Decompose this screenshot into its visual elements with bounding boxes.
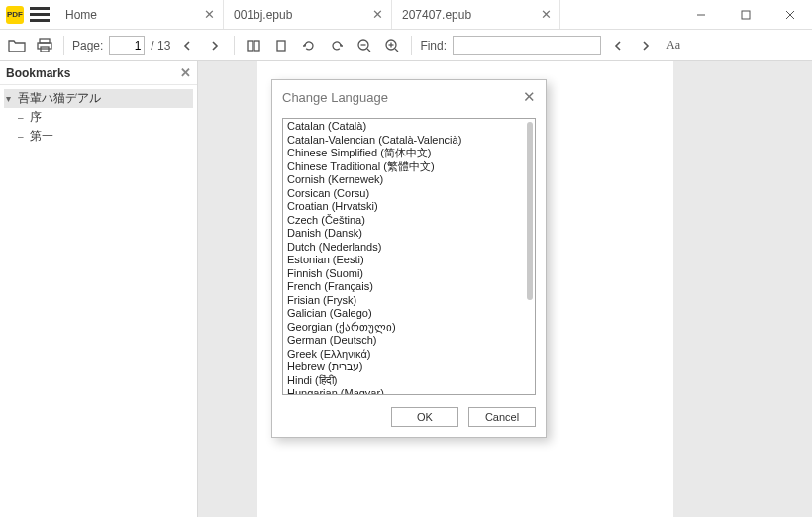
language-option[interactable]: Chinese Simplified (简体中文): [285, 147, 523, 160]
dialog-buttons: OK Cancel: [272, 399, 546, 437]
separator: [411, 36, 412, 55]
close-icon[interactable]: ✕: [204, 7, 215, 22]
language-option[interactable]: Chinese Traditional (繁體中文): [285, 160, 523, 174]
svg-rect-5: [38, 43, 51, 49]
expander-icon[interactable]: ▾: [6, 93, 16, 104]
separator: [234, 36, 235, 55]
tab-label: Home: [65, 8, 97, 22]
tab-file-2[interactable]: 207407.epub ✕: [392, 0, 560, 29]
dialog-titlebar: Change Language ✕: [272, 80, 546, 114]
ok-button[interactable]: OK: [391, 407, 458, 427]
leaf-icon: –: [18, 131, 28, 142]
bookmarks-header: Bookmarks ✕: [0, 61, 197, 85]
language-listbox[interactable]: Catalan (Català)Catalan-Valencian (Catal…: [282, 118, 536, 395]
bookmark-label: 第一: [30, 128, 53, 145]
leaf-icon: –: [18, 112, 28, 123]
language-option[interactable]: Greek (Ελληνικά): [285, 348, 523, 362]
cancel-button[interactable]: Cancel: [468, 407, 536, 427]
match-case-button[interactable]: Aa: [662, 35, 684, 56]
svg-rect-7: [248, 41, 253, 51]
close-icon[interactable]: ✕: [372, 7, 383, 22]
page-input[interactable]: [109, 36, 145, 55]
close-button[interactable]: [767, 0, 812, 30]
language-option[interactable]: Czech (Čeština): [285, 214, 523, 228]
language-option[interactable]: Georgian (ქართული): [285, 321, 523, 335]
close-icon[interactable]: ✕: [541, 7, 552, 22]
language-option[interactable]: Hungarian (Magyar): [285, 387, 523, 394]
content-margin-left: [198, 61, 257, 517]
bookmark-item[interactable]: – 第一: [4, 127, 193, 146]
language-option[interactable]: Corsican (Corsu): [285, 187, 523, 201]
find-label: Find:: [420, 39, 447, 52]
tab-strip: Home ✕ 001bj.epub ✕ 207407.epub ✕: [55, 0, 678, 29]
bookmarks-panel: Bookmarks ✕ ▾ 吾輩ハ猫デアル – 序 – 第一: [0, 61, 198, 517]
change-language-dialog: Change Language ✕ Catalan (Català)Catala…: [271, 79, 547, 438]
scrollbar-thumb[interactable]: [527, 122, 533, 300]
content-margin-right: [673, 61, 812, 517]
tab-label: 207407.epub: [402, 8, 471, 22]
zoom-in-button[interactable]: [381, 35, 403, 56]
view-single-button[interactable]: [243, 35, 264, 56]
close-icon[interactable]: ✕: [180, 65, 191, 80]
svg-rect-1: [742, 11, 750, 19]
toolbar: Page: / 13 Find: Aa: [0, 30, 812, 61]
zoom-out-button[interactable]: [354, 35, 375, 56]
find-input[interactable]: [453, 36, 601, 55]
language-option[interactable]: French (Français): [285, 280, 523, 294]
svg-line-14: [395, 49, 398, 52]
dialog-title: Change Language: [282, 90, 388, 105]
bookmarks-tree: ▾ 吾輩ハ猫デアル – 序 – 第一: [0, 85, 197, 150]
tab-home[interactable]: Home ✕: [55, 0, 224, 29]
titlebar: PDF Home ✕ 001bj.epub ✕ 207407.epub ✕: [0, 0, 812, 30]
bookmark-label: 序: [30, 109, 42, 126]
language-option[interactable]: German (Deutsch): [285, 334, 523, 348]
window-controls: [678, 0, 812, 30]
language-option[interactable]: Galician (Galego): [285, 307, 523, 321]
close-icon[interactable]: ✕: [523, 88, 536, 106]
language-option[interactable]: Hebrew (עברית): [285, 361, 523, 374]
prev-page-button[interactable]: [176, 35, 198, 56]
tab-file-1[interactable]: 001bj.epub ✕: [224, 0, 392, 29]
language-option[interactable]: Danish (Dansk): [285, 227, 523, 241]
language-option[interactable]: Frisian (Frysk): [285, 294, 523, 308]
maximize-button[interactable]: [723, 0, 767, 30]
bookmark-label: 吾輩ハ猫デアル: [18, 90, 101, 107]
language-option[interactable]: Dutch (Nederlands): [285, 241, 523, 255]
bookmarks-title: Bookmarks: [6, 66, 70, 80]
language-option[interactable]: Catalan-Valencian (Català-Valencià): [285, 134, 523, 148]
open-button[interactable]: [6, 35, 28, 56]
find-prev-button[interactable]: [607, 35, 629, 56]
page-label: Page:: [72, 39, 103, 52]
language-option[interactable]: Estonian (Eesti): [285, 254, 523, 267]
page-total: / 13: [151, 39, 170, 52]
language-option[interactable]: Croatian (Hrvatski): [285, 200, 523, 214]
find-next-button[interactable]: [635, 35, 657, 56]
app-icon: PDF: [6, 6, 24, 24]
rotate-left-button[interactable]: [298, 35, 320, 56]
language-option[interactable]: Cornish (Kernewek): [285, 173, 523, 187]
svg-rect-8: [254, 41, 259, 51]
bookmark-item[interactable]: ▾ 吾輩ハ猫デアル: [4, 89, 193, 108]
minimize-button[interactable]: [678, 0, 723, 30]
language-option[interactable]: Catalan (Català): [285, 120, 523, 134]
tab-label: 001bj.epub: [234, 8, 292, 22]
view-page-button[interactable]: [270, 35, 292, 56]
language-option[interactable]: Finnish (Suomi): [285, 267, 523, 281]
separator: [63, 36, 64, 55]
language-option[interactable]: Hindi (हिंदी): [285, 374, 523, 388]
scrollbar[interactable]: [526, 120, 534, 393]
menu-button[interactable]: [30, 6, 50, 24]
svg-line-11: [367, 49, 370, 52]
svg-rect-9: [277, 41, 285, 51]
print-button[interactable]: [34, 35, 55, 56]
rotate-right-button[interactable]: [326, 35, 348, 56]
bookmark-item[interactable]: – 序: [4, 108, 193, 127]
next-page-button[interactable]: [204, 35, 226, 56]
